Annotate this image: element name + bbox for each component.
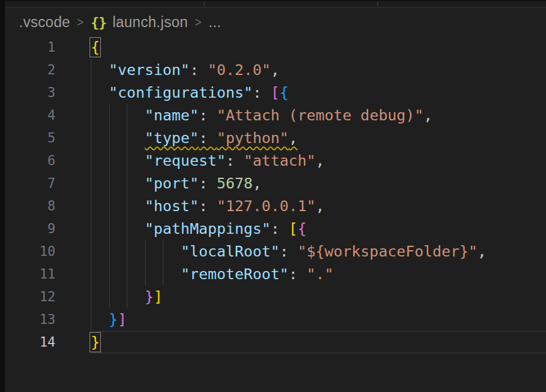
code-token <box>91 175 145 192</box>
code-line[interactable]: 11 "remoteRoot": "." <box>5 263 546 285</box>
code-token: : <box>289 265 307 283</box>
code-token <box>91 265 181 283</box>
code-token: : <box>199 107 217 124</box>
indent-guide <box>109 149 110 172</box>
code-line-content[interactable]: "configurations": [{ <box>91 81 546 104</box>
line-number[interactable]: 10 <box>5 240 55 263</box>
code-line[interactable]: 4 "name": "Attach (remote debug)", <box>5 104 546 127</box>
line-number[interactable]: 1 <box>5 36 55 59</box>
indent-guide <box>109 285 110 308</box>
line-number[interactable]: 8 <box>5 195 55 217</box>
code-line[interactable]: 14} <box>5 331 546 354</box>
line-number[interactable]: 4 <box>5 104 55 127</box>
code-token <box>91 197 145 215</box>
code-token: { <box>280 84 289 101</box>
breadcrumb-symbol-ellipsis[interactable]: ... <box>209 14 221 31</box>
code-line-content[interactable]: "version": "0.2.0", <box>91 59 546 81</box>
indent-guide <box>109 263 110 285</box>
code-token: "type" <box>145 129 199 147</box>
code-line-content[interactable]: } <box>91 331 546 354</box>
indent-guide <box>91 59 91 81</box>
line-number[interactable]: 14 <box>5 331 55 354</box>
code-line-content[interactable]: "host": "127.0.0.1", <box>91 195 546 217</box>
indent-guide <box>127 149 127 172</box>
code-editor[interactable]: 1{2 "version": "0.2.0",3 "configurations… <box>5 36 546 354</box>
breadcrumb-folder[interactable]: .vscode <box>19 14 70 31</box>
code-token: ] <box>154 288 163 306</box>
line-number[interactable]: 5 <box>5 127 55 149</box>
code-line-content[interactable]: "request": "attach", <box>91 149 546 172</box>
code-line[interactable]: 3 "configurations": [{ <box>5 81 546 104</box>
code-token: : <box>199 175 217 192</box>
indent-guide <box>109 104 110 127</box>
code-line-content[interactable]: "type": "python", <box>91 127 546 149</box>
code-line-content[interactable]: "pathMappings": [{ <box>91 217 546 240</box>
code-token: "Attach (remote debug)" <box>217 107 424 124</box>
indent-guide <box>91 104 91 127</box>
tab-bar-partial[interactable] <box>5 0 546 8</box>
code-token: "remoteRoot" <box>181 265 289 283</box>
indent-guide <box>109 217 110 240</box>
code-token: "attach" <box>243 152 315 170</box>
code-token: "request" <box>145 152 226 170</box>
code-token: : <box>226 152 244 170</box>
code-token: "host" <box>145 197 199 215</box>
indent-guide <box>91 285 91 308</box>
code-token: 5678 <box>217 175 253 192</box>
code-line-content[interactable]: }] <box>91 308 546 331</box>
code-token <box>91 152 145 170</box>
code-token <box>91 243 181 260</box>
code-token: : <box>199 129 217 147</box>
code-line-content[interactable]: "localRoot": "${workspaceFolder}", <box>91 240 546 263</box>
code-token <box>91 61 109 79</box>
code-token: [ <box>289 220 298 238</box>
code-token: { <box>91 38 100 56</box>
code-token: , <box>316 197 325 215</box>
code-line-content[interactable]: "remoteRoot": "." <box>91 263 546 285</box>
line-number[interactable]: 2 <box>5 59 55 81</box>
indent-guide <box>91 263 91 285</box>
indent-guide <box>145 263 146 285</box>
line-number[interactable]: 9 <box>5 217 55 240</box>
indent-guide <box>91 81 91 104</box>
code-token <box>91 311 109 328</box>
indent-guide <box>127 217 127 240</box>
code-token: "configurations" <box>109 84 253 101</box>
line-number[interactable]: 13 <box>5 308 55 331</box>
code-line-content[interactable]: "name": "Attach (remote debug)", <box>91 104 546 127</box>
code-line[interactable]: 8 "host": "127.0.0.1", <box>5 195 546 217</box>
tab-separator <box>204 2 205 6</box>
code-token: : <box>253 84 271 101</box>
code-line-content[interactable]: }] <box>91 285 546 308</box>
code-line-content[interactable]: "port": 5678, <box>91 172 546 195</box>
code-token: "${workspaceFolder}" <box>298 243 477 260</box>
code-token <box>91 129 145 147</box>
code-line[interactable]: 10 "localRoot": "${workspaceFolder}", <box>5 240 546 263</box>
line-number[interactable]: 11 <box>5 263 55 285</box>
line-number[interactable]: 3 <box>5 81 55 104</box>
code-token: "version" <box>109 61 190 79</box>
code-token: "127.0.0.1" <box>217 197 316 215</box>
indent-guide <box>127 104 127 127</box>
code-token <box>91 84 109 101</box>
line-number[interactable]: 12 <box>5 285 55 308</box>
line-number[interactable]: 6 <box>5 149 55 172</box>
line-number[interactable]: 7 <box>5 172 55 195</box>
code-line[interactable]: 1{ <box>5 36 546 59</box>
code-line[interactable]: 6 "request": "attach", <box>5 149 546 172</box>
editor-group: .vscode > {} launch.json > ... 1{2 "vers… <box>5 0 546 392</box>
code-token: , <box>477 243 486 260</box>
code-token: "port" <box>145 175 199 192</box>
code-token: , <box>289 129 298 147</box>
code-line[interactable]: 7 "port": 5678, <box>5 172 546 195</box>
code-line[interactable]: 5 "type": "python", <box>5 127 546 149</box>
code-line[interactable]: 2 "version": "0.2.0", <box>5 59 546 81</box>
chevron-right-icon: > <box>195 14 202 30</box>
breadcrumb-file[interactable]: launch.json <box>112 14 188 31</box>
code-line[interactable]: 12 }] <box>5 285 546 308</box>
code-line-content[interactable]: { <box>91 36 546 59</box>
code-line[interactable]: 13 }] <box>5 308 546 331</box>
code-token: "localRoot" <box>181 243 280 260</box>
chevron-right-icon: > <box>77 14 84 30</box>
code-line[interactable]: 9 "pathMappings": [{ <box>5 217 546 240</box>
